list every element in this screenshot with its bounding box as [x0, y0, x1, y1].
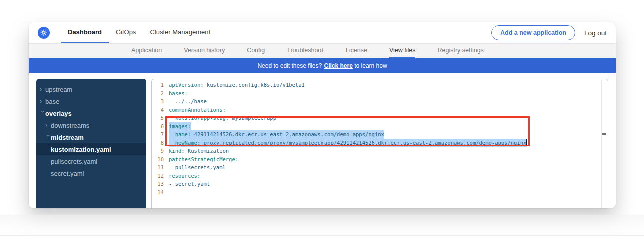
line-number: 10 [152, 156, 164, 164]
tab-application[interactable]: Application [131, 44, 162, 58]
token-key: name: [175, 132, 191, 138]
banner-text-before: Need to edit these files? [257, 62, 324, 70]
topnav-item-dashboard[interactable]: Dashboard [61, 22, 109, 44]
code-line-13[interactable]: 13- secret.yaml [152, 180, 601, 188]
token-plain [169, 140, 175, 146]
code-line-1[interactable]: 1apiVersion: kustomize.config.k8s.io/v1b… [152, 81, 601, 90]
tree-item-label: secret.yaml [51, 170, 84, 178]
line-number: 12 [152, 172, 164, 180]
edit-files-banner: Need to edit these files? Click here to … [29, 58, 616, 73]
code-line-11[interactable]: 11- pullsecrets.yaml [152, 164, 601, 172]
code-text: kind: Kustomization [169, 147, 229, 156]
tab-troubleshoot[interactable]: Troubleshoot [287, 44, 324, 58]
topnav-item-gitops[interactable]: GitOps [109, 22, 143, 44]
line-number: 6 [152, 122, 164, 131]
token-key: kots.io/app-slug: [175, 115, 229, 121]
tree-item-downstreams[interactable]: ›downstreams [36, 120, 146, 132]
kubernetes-logo-icon [38, 27, 50, 39]
token-key: newName: [175, 140, 201, 146]
text-cursor [526, 140, 527, 146]
add-new-application-button[interactable]: Add a new application [491, 26, 575, 40]
page-bottom-edge [0, 235, 644, 236]
tab-registry-settings[interactable]: Registry settings [437, 44, 483, 58]
banner-text-after: to learn how [353, 62, 387, 70]
logout-link[interactable]: Log out [584, 30, 607, 37]
chevron-down-icon: › [45, 135, 51, 140]
token-val: 429114214526.dkr.ecr.us-east-2.amazonaws… [191, 132, 384, 138]
token-val: kustomize.config.k8s.io/v1beta1 [204, 82, 305, 88]
token-key: kind: [169, 148, 185, 154]
view-files-content: ›upstream›base›overlays›downstreams›mids… [29, 73, 616, 208]
token-val: mysampleecrapp [229, 115, 276, 121]
code-line-6[interactable]: 6images: [152, 122, 601, 131]
top-nav: DashboardGitOpsCluster Management Add a … [29, 22, 616, 44]
token-val: Kustomization [185, 148, 229, 154]
tree-item-pullsecrets-yaml[interactable]: pullsecrets.yaml [36, 156, 146, 168]
token-val: - secret.yaml [169, 181, 210, 187]
line-number: 5 [152, 114, 164, 122]
tree-item-label: upstream [45, 86, 72, 94]
tree-item-label: downstreams [51, 122, 89, 130]
code-text: resources: [169, 172, 200, 180]
code-text: - ../../base [169, 98, 207, 106]
code-text: - name: 429114214526.dkr.ecr.us-east-2.a… [169, 130, 384, 139]
token-val: proxy.replicated.com/proxy/mysampleecrap… [200, 140, 526, 146]
token-key: apiVersion: [169, 82, 204, 88]
editor-scrollbar[interactable] [601, 80, 608, 208]
chevron-down-icon: › [40, 111, 46, 116]
code-text: - pullsecrets.yaml [169, 164, 226, 172]
tree-item-label: base [45, 98, 59, 106]
line-number: 8 [152, 139, 164, 148]
code-line-14[interactable]: 14 [152, 188, 601, 197]
code-text: commonAnnotations: [169, 106, 226, 114]
tab-config[interactable]: Config [247, 44, 265, 58]
token-key: resources: [169, 173, 200, 179]
code-text: apiVersion: kustomize.config.k8s.io/v1be… [169, 81, 305, 90]
tree-item-overlays[interactable]: ›overlays [36, 108, 146, 120]
token-plain [169, 115, 175, 121]
yaml-editor[interactable]: 1apiVersion: kustomize.config.k8s.io/v1b… [151, 79, 608, 208]
page-bottom-shadow [0, 215, 644, 235]
chevron-right-icon: › [40, 86, 45, 92]
token-val: - pullsecrets.yaml [169, 164, 226, 170]
line-number: 1 [152, 81, 164, 90]
chevron-right-icon: › [45, 122, 51, 128]
tree-item-midstream[interactable]: ›midstream [36, 132, 146, 144]
line-number: 3 [152, 98, 164, 106]
token-key: images: [169, 124, 191, 130]
code-line-9[interactable]: 9kind: Kustomization [152, 147, 601, 156]
tab-license[interactable]: License [346, 44, 367, 58]
code-line-3[interactable]: 3- ../../base [152, 98, 601, 106]
tab-view-files[interactable]: View files [389, 44, 416, 58]
code-line-7[interactable]: 7- name: 429114214526.dkr.ecr.us-east-2.… [152, 130, 601, 139]
code-line-12[interactable]: 12resources: [152, 172, 601, 180]
code-line-4[interactable]: 4commonAnnotations: [152, 106, 601, 114]
tree-item-kustomization-yaml[interactable]: kustomization.yaml [36, 144, 146, 156]
line-number: 9 [152, 147, 164, 156]
code-line-10[interactable]: 10patchesStrategicMerge: [152, 156, 601, 164]
code-line-5[interactable]: 5 kots.io/app-slug: mysampleecrapp [152, 114, 601, 122]
tree-item-base[interactable]: ›base [36, 96, 146, 108]
topnav-items: DashboardGitOpsCluster Management [61, 22, 217, 44]
code-text: bases: [169, 90, 188, 98]
code-line-8[interactable]: 8 newName: proxy.replicated.com/proxy/my… [152, 139, 601, 148]
scrollbar-marker-icon [602, 134, 606, 135]
chevron-right-icon: › [40, 98, 45, 104]
code-text: newName: proxy.replicated.com/proxy/mysa… [169, 139, 527, 148]
token-key: commonAnnotations: [169, 107, 226, 113]
click-here-link[interactable]: Click here [324, 62, 353, 70]
tab-version-history[interactable]: Version history [184, 44, 225, 58]
line-number: 14 [152, 188, 164, 197]
app-tabs-bar: ApplicationVersion historyConfigTroubles… [29, 44, 616, 58]
token-key: bases: [169, 90, 188, 96]
code-text: - secret.yaml [169, 180, 210, 188]
token-val: - ../../base [169, 98, 207, 104]
code-text: images: [169, 122, 191, 131]
tree-item-label: overlays [45, 110, 72, 118]
tree-item-secret-yaml[interactable]: secret.yaml [36, 168, 146, 180]
tree-item-upstream[interactable]: ›upstream [36, 84, 146, 96]
code-line-2[interactable]: 2bases: [152, 90, 601, 98]
topnav-item-cluster-management[interactable]: Cluster Management [143, 22, 217, 44]
code-text: kots.io/app-slug: mysampleecrapp [169, 114, 276, 122]
topnav-actions: Add a new application Log out [491, 22, 607, 44]
